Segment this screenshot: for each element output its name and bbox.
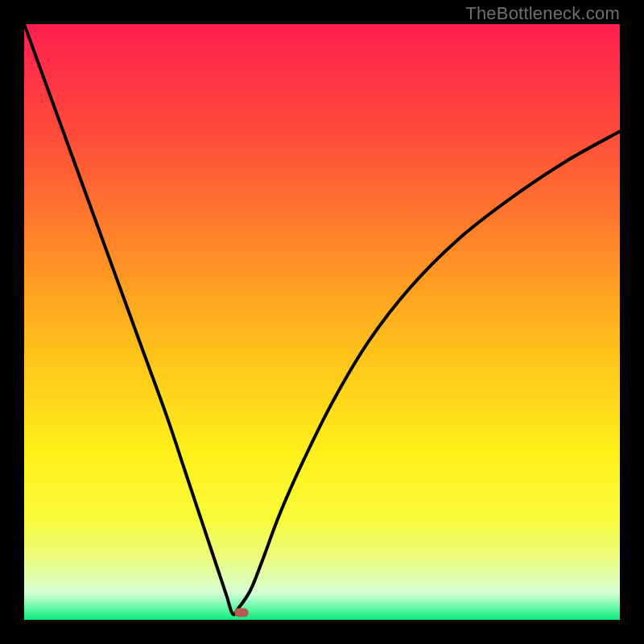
chart-frame: TheBottleneck.com [0,0,644,644]
plot-area [24,24,620,620]
watermark-text: TheBottleneck.com [465,3,620,24]
bottleneck-curve [24,24,620,620]
optimal-point-marker [235,609,249,617]
